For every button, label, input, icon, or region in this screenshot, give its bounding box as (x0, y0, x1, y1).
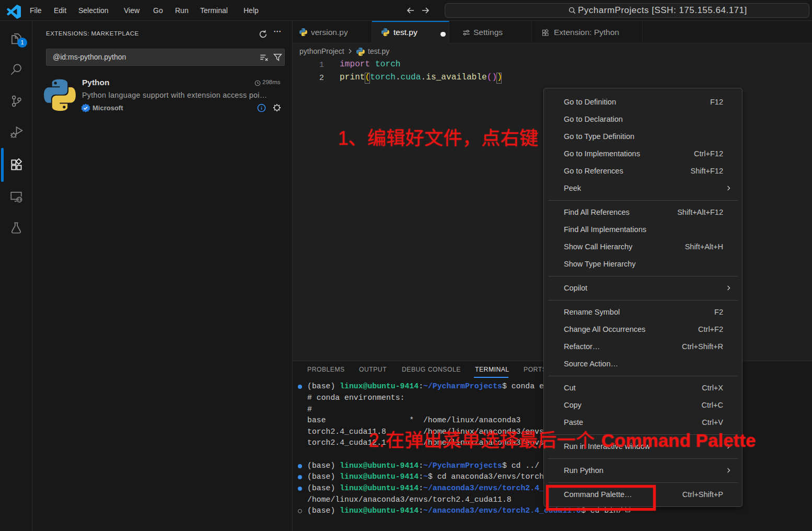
svg-text:2.: 2. (369, 430, 385, 451)
svg-text:1: 1 (338, 128, 349, 149)
svg-text:Command Palette: Command Palette (601, 430, 756, 451)
